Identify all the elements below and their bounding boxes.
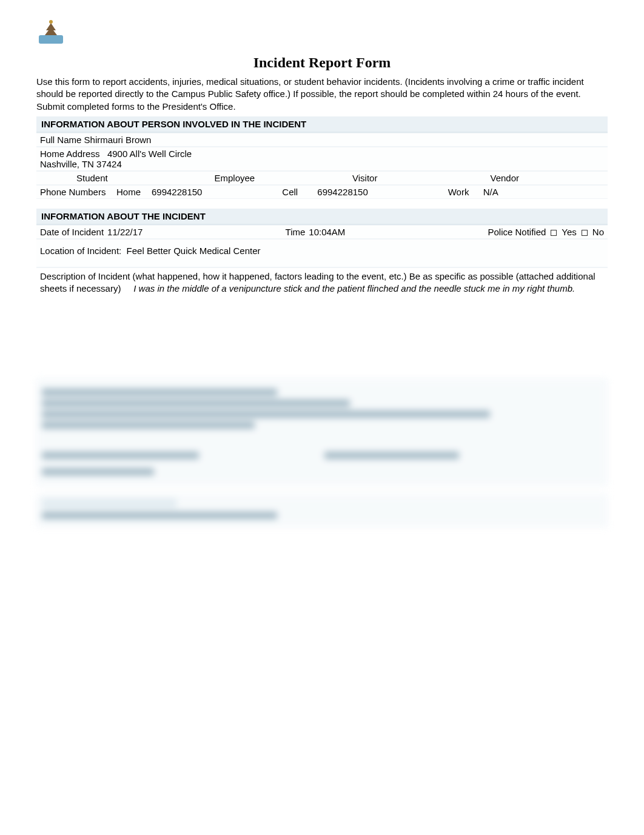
phone-row: Phone Numbers Home 6994228150 Cell 69942… — [36, 185, 608, 199]
incident-meta-row: Date of Incident 11/22/17 Time 10:04AM P… — [36, 225, 608, 239]
role-vendor: Vendor — [466, 173, 605, 183]
address-line1: 4900 All's Well Circle — [107, 149, 192, 159]
date-label: Date of Incident — [40, 227, 104, 237]
police-label: Police Notified — [488, 227, 546, 237]
address-line2: Nashville, TN 37424 — [40, 159, 604, 169]
location-value: Feel Better Quick Medical Center — [127, 246, 261, 256]
page-title: Incident Report Form — [36, 55, 608, 71]
cell-value: 6994228150 — [317, 187, 367, 197]
police-no-label: No — [592, 227, 604, 237]
role-employee: Employee — [190, 173, 329, 183]
phone-label: Phone Numbers — [40, 187, 107, 197]
location-row: Location of Incident: Feel Better Quick … — [36, 239, 608, 267]
fullname-row: Full Name Shirmauri Brown — [36, 133, 608, 147]
description-value: I was in the middle of a venipuncture st… — [133, 283, 575, 293]
role-student: Student — [40, 173, 190, 183]
work-value: N/A — [483, 187, 498, 197]
intro-text: Use this form to report accidents, injur… — [36, 76, 608, 113]
time-label: Time — [286, 227, 306, 237]
work-label: Work — [448, 187, 477, 197]
cell-label: Cell — [282, 187, 311, 197]
home-label: Home — [116, 187, 146, 197]
home-value: 6994228150 — [152, 187, 202, 197]
time-value: 10:04AM — [309, 227, 345, 237]
role-row: Student Employee Visitor Vendor — [36, 171, 608, 185]
section-person-header: INFORMATION ABOUT PERSON INVOLVED IN THE… — [36, 116, 608, 133]
role-visitor: Visitor — [328, 173, 466, 183]
fullname-value: Shirmauri Brown — [84, 135, 152, 145]
svg-rect-0 — [39, 35, 63, 44]
police-yes-label: Yes — [562, 227, 576, 237]
svg-point-1 — [49, 20, 53, 24]
police-no-checkbox[interactable] — [582, 230, 588, 236]
obscured-content — [36, 378, 608, 527]
address-label: Home Address — [40, 149, 99, 159]
description-block: Description of Incident (what happened, … — [36, 267, 608, 368]
org-logo — [36, 18, 65, 47]
section-incident-header: INFORMATION ABOUT THE INCIDENT — [36, 209, 608, 225]
date-value: 11/22/17 — [107, 227, 143, 237]
address-row: Home Address 4900 All's Well Circle Nash… — [36, 147, 608, 171]
police-yes-checkbox[interactable] — [551, 230, 557, 236]
fullname-label: Full Name — [40, 135, 81, 145]
location-label: Location of Incident: — [40, 246, 121, 256]
